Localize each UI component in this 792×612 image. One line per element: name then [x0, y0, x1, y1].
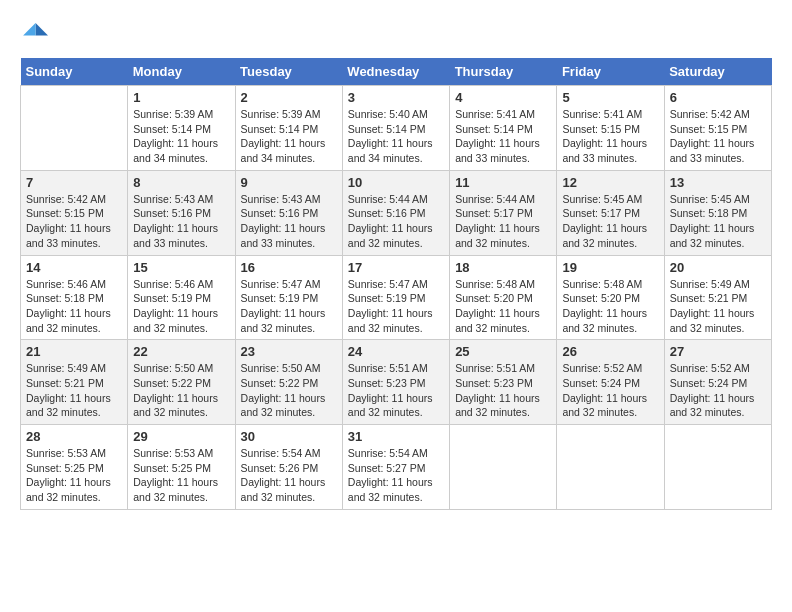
calendar-cell: 24Sunrise: 5:51 AMSunset: 5:23 PMDayligh…	[342, 340, 449, 425]
calendar-cell	[557, 425, 664, 510]
calendar-cell: 28Sunrise: 5:53 AMSunset: 5:25 PMDayligh…	[21, 425, 128, 510]
cell-info: Sunrise: 5:47 AMSunset: 5:19 PMDaylight:…	[348, 277, 444, 336]
day-number: 2	[241, 90, 337, 105]
header-thursday: Thursday	[450, 58, 557, 86]
calendar-cell: 2Sunrise: 5:39 AMSunset: 5:14 PMDaylight…	[235, 86, 342, 171]
calendar-header-row: SundayMondayTuesdayWednesdayThursdayFrid…	[21, 58, 772, 86]
day-number: 29	[133, 429, 229, 444]
calendar-week-row: 7Sunrise: 5:42 AMSunset: 5:15 PMDaylight…	[21, 170, 772, 255]
logo-icon	[20, 20, 48, 48]
day-number: 17	[348, 260, 444, 275]
header-saturday: Saturday	[664, 58, 771, 86]
cell-info: Sunrise: 5:52 AMSunset: 5:24 PMDaylight:…	[670, 361, 766, 420]
page-header	[20, 20, 772, 48]
day-number: 5	[562, 90, 658, 105]
cell-info: Sunrise: 5:39 AMSunset: 5:14 PMDaylight:…	[133, 107, 229, 166]
calendar-cell: 9Sunrise: 5:43 AMSunset: 5:16 PMDaylight…	[235, 170, 342, 255]
cell-info: Sunrise: 5:51 AMSunset: 5:23 PMDaylight:…	[348, 361, 444, 420]
calendar-cell: 29Sunrise: 5:53 AMSunset: 5:25 PMDayligh…	[128, 425, 235, 510]
header-monday: Monday	[128, 58, 235, 86]
day-number: 30	[241, 429, 337, 444]
day-number: 15	[133, 260, 229, 275]
day-number: 12	[562, 175, 658, 190]
day-number: 7	[26, 175, 122, 190]
calendar-week-row: 1Sunrise: 5:39 AMSunset: 5:14 PMDaylight…	[21, 86, 772, 171]
cell-info: Sunrise: 5:50 AMSunset: 5:22 PMDaylight:…	[133, 361, 229, 420]
cell-info: Sunrise: 5:45 AMSunset: 5:18 PMDaylight:…	[670, 192, 766, 251]
day-number: 28	[26, 429, 122, 444]
cell-info: Sunrise: 5:51 AMSunset: 5:23 PMDaylight:…	[455, 361, 551, 420]
calendar-cell: 3Sunrise: 5:40 AMSunset: 5:14 PMDaylight…	[342, 86, 449, 171]
day-number: 20	[670, 260, 766, 275]
calendar-cell: 23Sunrise: 5:50 AMSunset: 5:22 PMDayligh…	[235, 340, 342, 425]
day-number: 21	[26, 344, 122, 359]
cell-info: Sunrise: 5:40 AMSunset: 5:14 PMDaylight:…	[348, 107, 444, 166]
day-number: 11	[455, 175, 551, 190]
day-number: 6	[670, 90, 766, 105]
calendar-cell: 4Sunrise: 5:41 AMSunset: 5:14 PMDaylight…	[450, 86, 557, 171]
day-number: 8	[133, 175, 229, 190]
cell-info: Sunrise: 5:53 AMSunset: 5:25 PMDaylight:…	[26, 446, 122, 505]
day-number: 18	[455, 260, 551, 275]
cell-info: Sunrise: 5:48 AMSunset: 5:20 PMDaylight:…	[562, 277, 658, 336]
cell-info: Sunrise: 5:54 AMSunset: 5:27 PMDaylight:…	[348, 446, 444, 505]
cell-info: Sunrise: 5:44 AMSunset: 5:17 PMDaylight:…	[455, 192, 551, 251]
calendar-week-row: 14Sunrise: 5:46 AMSunset: 5:18 PMDayligh…	[21, 255, 772, 340]
calendar-cell: 27Sunrise: 5:52 AMSunset: 5:24 PMDayligh…	[664, 340, 771, 425]
cell-info: Sunrise: 5:54 AMSunset: 5:26 PMDaylight:…	[241, 446, 337, 505]
calendar-cell: 31Sunrise: 5:54 AMSunset: 5:27 PMDayligh…	[342, 425, 449, 510]
calendar-cell: 19Sunrise: 5:48 AMSunset: 5:20 PMDayligh…	[557, 255, 664, 340]
day-number: 10	[348, 175, 444, 190]
calendar-cell	[664, 425, 771, 510]
calendar-cell: 1Sunrise: 5:39 AMSunset: 5:14 PMDaylight…	[128, 86, 235, 171]
day-number: 1	[133, 90, 229, 105]
day-number: 24	[348, 344, 444, 359]
cell-info: Sunrise: 5:49 AMSunset: 5:21 PMDaylight:…	[670, 277, 766, 336]
cell-info: Sunrise: 5:41 AMSunset: 5:15 PMDaylight:…	[562, 107, 658, 166]
day-number: 13	[670, 175, 766, 190]
calendar-week-row: 28Sunrise: 5:53 AMSunset: 5:25 PMDayligh…	[21, 425, 772, 510]
cell-info: Sunrise: 5:43 AMSunset: 5:16 PMDaylight:…	[133, 192, 229, 251]
cell-info: Sunrise: 5:49 AMSunset: 5:21 PMDaylight:…	[26, 361, 122, 420]
calendar-cell: 16Sunrise: 5:47 AMSunset: 5:19 PMDayligh…	[235, 255, 342, 340]
calendar-cell	[450, 425, 557, 510]
cell-info: Sunrise: 5:53 AMSunset: 5:25 PMDaylight:…	[133, 446, 229, 505]
calendar-table: SundayMondayTuesdayWednesdayThursdayFrid…	[20, 58, 772, 510]
cell-info: Sunrise: 5:46 AMSunset: 5:18 PMDaylight:…	[26, 277, 122, 336]
calendar-cell: 17Sunrise: 5:47 AMSunset: 5:19 PMDayligh…	[342, 255, 449, 340]
cell-info: Sunrise: 5:50 AMSunset: 5:22 PMDaylight:…	[241, 361, 337, 420]
cell-info: Sunrise: 5:42 AMSunset: 5:15 PMDaylight:…	[26, 192, 122, 251]
calendar-cell: 6Sunrise: 5:42 AMSunset: 5:15 PMDaylight…	[664, 86, 771, 171]
logo	[20, 20, 52, 48]
header-friday: Friday	[557, 58, 664, 86]
calendar-cell: 5Sunrise: 5:41 AMSunset: 5:15 PMDaylight…	[557, 86, 664, 171]
calendar-cell: 11Sunrise: 5:44 AMSunset: 5:17 PMDayligh…	[450, 170, 557, 255]
svg-marker-1	[23, 23, 35, 35]
calendar-cell: 15Sunrise: 5:46 AMSunset: 5:19 PMDayligh…	[128, 255, 235, 340]
calendar-cell: 25Sunrise: 5:51 AMSunset: 5:23 PMDayligh…	[450, 340, 557, 425]
calendar-cell: 12Sunrise: 5:45 AMSunset: 5:17 PMDayligh…	[557, 170, 664, 255]
cell-info: Sunrise: 5:47 AMSunset: 5:19 PMDaylight:…	[241, 277, 337, 336]
calendar-cell: 13Sunrise: 5:45 AMSunset: 5:18 PMDayligh…	[664, 170, 771, 255]
calendar-cell: 20Sunrise: 5:49 AMSunset: 5:21 PMDayligh…	[664, 255, 771, 340]
day-number: 4	[455, 90, 551, 105]
day-number: 25	[455, 344, 551, 359]
calendar-cell: 30Sunrise: 5:54 AMSunset: 5:26 PMDayligh…	[235, 425, 342, 510]
day-number: 27	[670, 344, 766, 359]
header-wednesday: Wednesday	[342, 58, 449, 86]
day-number: 31	[348, 429, 444, 444]
cell-info: Sunrise: 5:42 AMSunset: 5:15 PMDaylight:…	[670, 107, 766, 166]
header-tuesday: Tuesday	[235, 58, 342, 86]
cell-info: Sunrise: 5:44 AMSunset: 5:16 PMDaylight:…	[348, 192, 444, 251]
day-number: 3	[348, 90, 444, 105]
calendar-cell: 26Sunrise: 5:52 AMSunset: 5:24 PMDayligh…	[557, 340, 664, 425]
day-number: 26	[562, 344, 658, 359]
day-number: 14	[26, 260, 122, 275]
calendar-cell: 14Sunrise: 5:46 AMSunset: 5:18 PMDayligh…	[21, 255, 128, 340]
cell-info: Sunrise: 5:45 AMSunset: 5:17 PMDaylight:…	[562, 192, 658, 251]
svg-marker-0	[36, 23, 48, 35]
day-number: 23	[241, 344, 337, 359]
cell-info: Sunrise: 5:46 AMSunset: 5:19 PMDaylight:…	[133, 277, 229, 336]
day-number: 16	[241, 260, 337, 275]
cell-info: Sunrise: 5:48 AMSunset: 5:20 PMDaylight:…	[455, 277, 551, 336]
